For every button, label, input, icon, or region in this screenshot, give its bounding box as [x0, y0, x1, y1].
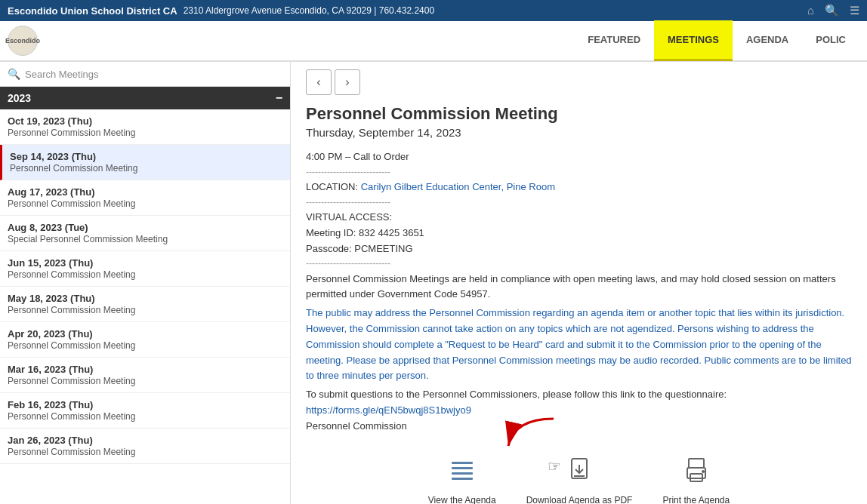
year-header: 2023 −: [0, 87, 290, 109]
download-agenda-icon: [566, 457, 593, 490]
meeting-date: Aug 8, 2023 (Tue): [8, 222, 282, 233]
body-text3: To submit questions to the Personnel Com…: [306, 387, 852, 403]
svg-rect-7: [689, 459, 704, 468]
body-text1: Personnel Commission Meetings are held i…: [306, 272, 852, 303]
meeting-name: Personnel Commission Meeting: [8, 376, 282, 386]
dashes1: ----------------------------: [306, 165, 852, 180]
body-text2: The public may address the Personnel Com…: [306, 306, 852, 384]
action-buttons: View the Agenda Download Agenda as PDF: [306, 450, 852, 504]
menu-icon[interactable]: ☰: [850, 4, 859, 17]
top-icons: ⌂ 🔍 ☰: [807, 4, 859, 17]
svg-rect-1: [452, 467, 473, 469]
top-bar: Escondido Union School District CA 2310 …: [0, 0, 867, 21]
meeting-list-item[interactable]: Jun 15, 2023 (Thu) Personnel Commission …: [0, 251, 290, 287]
meeting-name: Personnel Commission Meeting: [8, 198, 282, 209]
nav-featured[interactable]: FEATURED: [574, 20, 654, 61]
meeting-date: May 18, 2023 (Thu): [8, 293, 282, 304]
meeting-body: 4:00 PM – Call to Order ----------------…: [306, 149, 852, 435]
svg-rect-3: [452, 478, 473, 480]
search-icon[interactable]: 🔍: [825, 4, 839, 17]
print-agenda-label: Print the Agenda: [662, 495, 730, 504]
svg-rect-2: [452, 472, 473, 475]
meeting-date: Apr 20, 2023 (Thu): [8, 328, 282, 340]
meetings-list: Oct 19, 2023 (Thu) Personnel Commission …: [0, 109, 290, 464]
meeting-list-item[interactable]: Sep 14, 2023 (Thu) Personnel Commission …: [0, 145, 290, 180]
svg-rect-0: [452, 462, 473, 464]
meeting-name: Personnel Commission Meeting: [8, 447, 282, 457]
meeting-name: Personnel Commission Meeting: [10, 163, 282, 174]
nav-polic[interactable]: POLIC: [802, 20, 859, 61]
location-value: Carilyn Gilbert Education Center, Pine R…: [361, 181, 555, 192]
meeting-list-item[interactable]: Mar 16, 2023 (Thu) Personnel Commission …: [0, 358, 290, 393]
meeting-list-item[interactable]: Apr 20, 2023 (Thu) Personnel Commission …: [0, 322, 290, 358]
district-name: Escondido Union School District CA: [8, 5, 177, 17]
view-agenda-button[interactable]: View the Agenda: [428, 457, 496, 504]
meeting-id: Meeting ID: 832 4425 3651: [306, 226, 852, 241]
logo-area: Escondido: [8, 26, 38, 56]
meeting-list-item[interactable]: May 18, 2023 (Thu) Personnel Commission …: [0, 287, 290, 322]
print-agenda-icon: [683, 457, 710, 490]
print-agenda-button[interactable]: Print the Agenda: [662, 457, 730, 504]
meeting-date: Feb 16, 2023 (Thu): [8, 399, 282, 410]
meeting-list-item[interactable]: Aug 8, 2023 (Tue) Special Personnel Comm…: [0, 216, 290, 251]
search-placeholder: Search Meetings: [25, 69, 99, 80]
meeting-list-item[interactable]: Jan 26, 2023 (Thu) Personnel Commission …: [0, 429, 290, 464]
meeting-name: Personnel Commission Meeting: [8, 269, 282, 280]
meeting-date: Jun 15, 2023 (Thu): [8, 257, 282, 269]
meeting-date: Jan 26, 2023 (Thu): [8, 435, 282, 446]
meeting-date-subtitle: Thursday, September 14, 2023: [306, 126, 852, 139]
logo-text: Escondido: [5, 37, 40, 45]
search-bar[interactable]: 🔍 Search Meetings: [0, 62, 290, 87]
questionnaire-link[interactable]: https://forms.gle/qEN5bwqj8S1bwjyo9: [306, 403, 852, 419]
dashes2: ----------------------------: [306, 195, 852, 210]
search-icon: 🔍: [8, 68, 20, 80]
sidebar: 🔍 Search Meetings 2023 − Oct 19, 2023 (T…: [0, 62, 291, 504]
nav-bar: Escondido FEATURED MEETINGS AGENDA POLIC: [0, 21, 867, 62]
meeting-name: Personnel Commission Meeting: [8, 411, 282, 422]
svg-point-10: [702, 470, 705, 473]
meeting-list-item[interactable]: Aug 17, 2023 (Thu) Personnel Commission …: [0, 180, 290, 216]
meeting-date: Aug 17, 2023 (Thu): [8, 186, 282, 198]
nav-arrows: ‹ ›: [306, 69, 852, 95]
home-icon[interactable]: ⌂: [807, 4, 814, 17]
meeting-title: Personnel Commission Meeting: [306, 104, 852, 124]
view-agenda-icon: [449, 457, 476, 490]
download-agenda-label: Download Agenda as PDF: [526, 495, 633, 504]
meeting-list-item[interactable]: Oct 19, 2023 (Thu) Personnel Commission …: [0, 109, 290, 145]
prev-meeting-button[interactable]: ‹: [306, 69, 332, 95]
year-label: 2023: [8, 92, 31, 104]
address: 2310 Aldergrove Avenue Escondido, CA 920…: [184, 5, 435, 16]
location-line: LOCATION: Carilyn Gilbert Education Cent…: [306, 180, 852, 195]
location-label: LOCATION:: [306, 181, 358, 192]
nav-agenda[interactable]: AGENDA: [733, 20, 802, 61]
logo: Escondido: [8, 26, 38, 56]
meeting-name: Personnel Commission Meeting: [8, 305, 282, 315]
download-agenda-button[interactable]: Download Agenda as PDF: [526, 457, 633, 504]
next-meeting-button[interactable]: ›: [335, 69, 360, 95]
view-agenda-label: View the Agenda: [428, 495, 496, 504]
nav-meetings[interactable]: MEETINGS: [654, 20, 733, 61]
meeting-list-item[interactable]: Feb 16, 2023 (Thu) Personnel Commission …: [0, 393, 290, 429]
meeting-name: Special Personnel Commission Meeting: [8, 234, 282, 244]
virtual-access-label: VIRTUAL ACCESS:: [306, 210, 852, 226]
content-area: ‹ › Personnel Commission Meeting Thursda…: [291, 62, 867, 504]
meeting-date: Oct 19, 2023 (Thu): [8, 115, 282, 127]
commission-label: Personnel Commission: [306, 419, 852, 435]
nav-links: FEATURED MEETINGS AGENDA POLIC: [574, 20, 859, 61]
collapse-year-button[interactable]: −: [276, 91, 282, 105]
meeting-date: Sep 14, 2023 (Thu): [10, 151, 282, 162]
dashes3: ----------------------------: [306, 257, 852, 271]
main-layout: 🔍 Search Meetings 2023 − Oct 19, 2023 (T…: [0, 62, 867, 504]
meeting-date: Mar 16, 2023 (Thu): [8, 364, 282, 375]
meeting-name: Personnel Commission Meeting: [8, 340, 282, 351]
time-call: 4:00 PM – Call to Order: [306, 149, 852, 165]
meeting-name: Personnel Commission Meeting: [8, 128, 282, 138]
passcode: Passcode: PCMEETING: [306, 241, 852, 257]
